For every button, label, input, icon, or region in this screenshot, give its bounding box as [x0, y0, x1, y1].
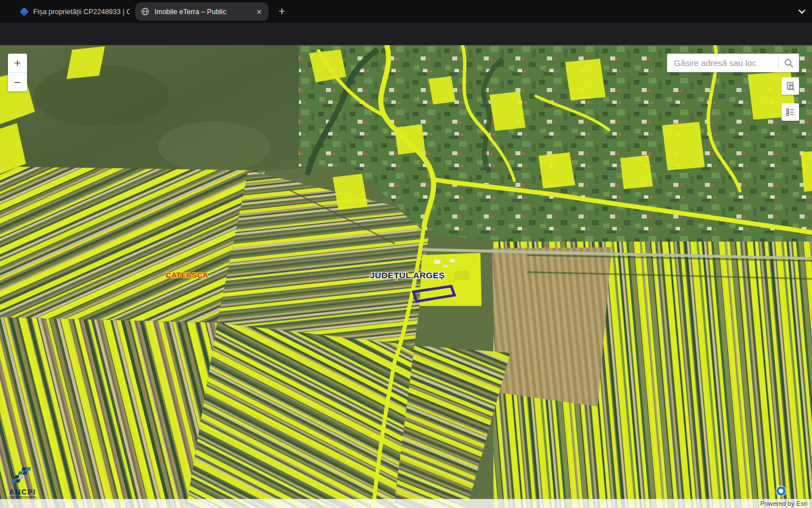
screen: { "browser": { "tab_bar": { "inactive_ta…: [0, 0, 812, 508]
tab-list-chevron-icon[interactable]: [796, 6, 808, 18]
legend-icon: [785, 107, 796, 117]
tab-title: Imobile eTerra – Public: [155, 8, 250, 16]
tab-fisa-proprietatii[interactable]: Fișa proprietății CP2248933 | CRI: [17, 2, 133, 21]
tab-title: Fișa proprietății CP2248933 | CRI: [33, 8, 130, 16]
attribution-text: Powered by Esri: [760, 500, 807, 507]
ancpi-flag-icon: [10, 467, 35, 484]
zoom-control: + −: [8, 54, 27, 91]
geocoder-search: [667, 54, 799, 72]
ancpi-wordmark: ANCPI: [9, 488, 36, 497]
plowed-field: [492, 247, 612, 406]
attribution-bar: Powered by Esri: [0, 499, 812, 508]
new-tab-button[interactable]: +: [275, 4, 289, 19]
county-label: JUDEȚUL ARGEȘ: [370, 270, 445, 281]
tab-close-button[interactable]: ×: [255, 7, 263, 16]
locality-label: CATEASCA: [166, 271, 208, 279]
globe-favicon: [141, 7, 149, 16]
search-input[interactable]: [667, 58, 778, 68]
map-viewport: + − CAT: [0, 45, 812, 508]
search-icon: [784, 58, 794, 68]
zoom-out-button[interactable]: −: [8, 73, 27, 91]
navigation-bar: geoportal.ancpi.ro/geoportal/imobile/Har…: [0, 23, 812, 45]
tab-imobile-eterra[interactable]: Imobile eTerra – Public ×: [135, 2, 268, 21]
search-submit-button[interactable]: [779, 54, 799, 72]
eterra-favicon: [20, 7, 29, 16]
feature-search-icon: [785, 81, 796, 91]
tab-bar: Fișa proprietății CP2248933 | CRI Imobil…: [0, 0, 812, 23]
legend-button[interactable]: [782, 103, 799, 121]
feature-search-button[interactable]: [782, 77, 799, 95]
meadow-area: [0, 45, 316, 187]
zoom-in-button[interactable]: +: [8, 54, 27, 72]
field-block-bottom-center: [186, 323, 414, 508]
location-marker[interactable]: [775, 485, 787, 497]
